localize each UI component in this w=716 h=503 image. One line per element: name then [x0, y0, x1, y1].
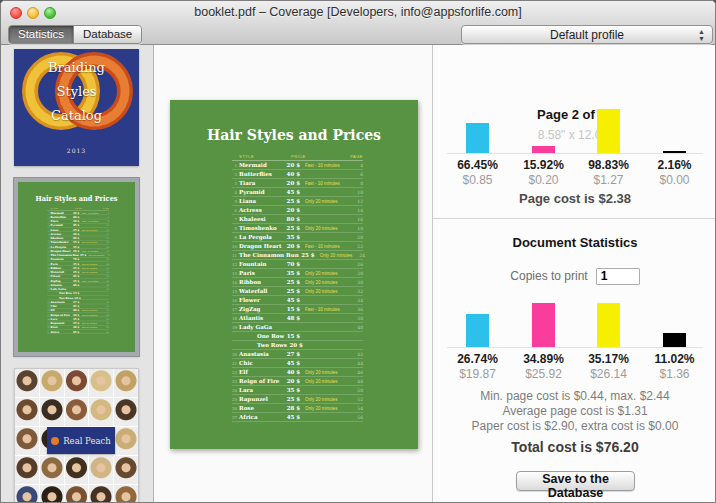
chart-label: 35.17% — [577, 352, 640, 366]
doc-stats-title: Document Statistics — [433, 235, 716, 250]
price-table-row: 5Liana25 $Only 20 minutes12 — [232, 197, 363, 206]
min-max-cost-line: Min. page cost is $0.44, max. $2.44 — [433, 389, 716, 403]
hairstyle-photo — [40, 485, 64, 503]
page-thumbnails-sidebar: Braiding Styles Catalog 2013 Hair Styles… — [1, 45, 154, 503]
page-preview-area: Hair Styles and Prices STYLE PRICE PAGE … — [154, 45, 432, 503]
page-ink-percent-labels: 66.45%15.92%98.83%2.16% — [433, 158, 716, 172]
price-table-row: 6Actress20 $14 — [232, 206, 363, 215]
chart-label: $19.87 — [446, 367, 509, 381]
thumbnail-price-list-page-selected[interactable]: Hair Styles and Prices STYLE PRICE PAGE … — [14, 178, 139, 356]
black-ink-bar — [663, 333, 686, 347]
dropdown-stepper-icon: ▲▼ — [698, 28, 705, 42]
yellow-ink-bar — [597, 109, 620, 153]
average-cost-line: Average page cost is $1.31 — [433, 404, 716, 418]
statistics-panel: Page 2 of 58 8.58" x 12.01" 66.45%15.92%… — [432, 45, 716, 503]
price-table-row: 27Africa45 $56 — [232, 413, 363, 422]
price-table-row: 23Reign of Fire20 $Only 20 minutes48 — [232, 377, 363, 386]
cyan-ink-bar — [466, 123, 489, 153]
price-table-row: 11The Cinnamon Bun25 $Only 20 minutes24 — [232, 251, 363, 260]
chart-label: 66.45% — [446, 158, 509, 172]
hairstyle-photo — [40, 398, 64, 426]
copies-to-print-label: Copies to print — [510, 269, 587, 283]
tab-statistics[interactable]: Statistics — [9, 26, 73, 43]
hairstyle-photo — [114, 398, 138, 426]
price-table-row: Two Rows20 $ — [232, 341, 363, 350]
hairstyle-photo — [89, 369, 113, 397]
preview-page: Hair Styles and Prices STYLE PRICE PAGE … — [170, 100, 418, 449]
chart-baseline — [447, 347, 703, 348]
magenta-ink-bar — [532, 146, 555, 153]
hairstyle-photo — [15, 456, 39, 484]
price-table-row: 18Atlantis48 $38 — [232, 314, 363, 323]
price-table-row: 17ZigZag15 $Fast - 10 minutes36 — [232, 305, 363, 314]
chart-label: $0.85 — [446, 173, 509, 187]
price-table-row: 10Dragon Heart20 $Fast - 10 minutes22 — [232, 242, 363, 251]
hairstyle-photo — [15, 427, 39, 455]
title-bar[interactable]: booklet.pdf – Coverage [Developers, info… — [1, 1, 715, 23]
real-peach-banner: Real Peach — [47, 427, 115, 454]
price-table-row: 9La Pergola35 $20 — [232, 233, 363, 242]
copies-to-print-input[interactable] — [596, 268, 640, 285]
doc-ink-percent-labels: 26.74%34.89%35.17%11.02% — [433, 352, 716, 366]
price-table-row: 21Chic45 $44 — [232, 359, 363, 368]
thumbnail-photo-grid-page[interactable]: Real Peach — [14, 368, 139, 503]
chart-label: $1.27 — [577, 173, 640, 187]
document-ink-chart — [433, 303, 716, 348]
cover-title: Braiding Styles Catalog — [14, 56, 139, 128]
hairstyle-photo — [89, 485, 113, 503]
hairstyle-photo — [65, 485, 89, 503]
price-table-row: 22Elf40 $Only 20 minutes46 — [232, 368, 363, 377]
hairstyle-photo — [65, 398, 89, 426]
hairstyle-photo — [114, 485, 138, 503]
chart-label: 11.02% — [643, 352, 706, 366]
price-table: STYLE PRICE PAGE 1Mermaid20 $Fast - 10 m… — [47, 207, 109, 334]
price-table-header: STYLE PRICE PAGE — [232, 152, 363, 161]
page-cost-line: Page cost is $2.38 — [433, 191, 716, 206]
price-table-row: 26Rose28 $Only 20 minutes54 — [232, 404, 363, 413]
chart-label: $26.14 — [577, 367, 640, 381]
magenta-ink-bar — [532, 303, 555, 347]
thumbnail-page-clone: Hair Styles and Prices STYLE PRICE PAGE … — [18, 182, 135, 347]
price-table-row: 15Waterfall25 $Only 20 minutes32 — [232, 287, 363, 296]
paper-cost-line: Paper cost is $2.90, extra cost is $0.00 — [433, 419, 716, 433]
hairstyle-photo — [40, 369, 64, 397]
view-segmented-control: Statistics Database — [8, 25, 142, 44]
hairstyle-photo — [65, 456, 89, 484]
tab-database[interactable]: Database — [73, 26, 141, 43]
hairstyle-photo — [89, 456, 113, 484]
page-ink-chart — [433, 109, 716, 154]
total-cost-line: Total cost is $76.20 — [433, 439, 716, 455]
app-window: booklet.pdf – Coverage [Developers, info… — [0, 0, 716, 503]
price-table-row: 19Lady GaGa40 — [232, 323, 363, 332]
yellow-ink-bar — [597, 303, 620, 347]
save-to-database-button[interactable]: Save to the Database — [516, 471, 635, 491]
price-table-row: 25Rapunzel25 $Only 20 minutes52 — [232, 395, 363, 404]
preview-page-title: Hair Styles and Prices — [170, 127, 418, 143]
chart-label: 26.74% — [446, 352, 509, 366]
chart-label: $0.20 — [512, 173, 575, 187]
chart-baseline — [447, 153, 703, 154]
price-table-row: 7Khaleesi80 $16 — [232, 215, 363, 224]
price-table-row: 24Lara35 $50 — [232, 386, 363, 395]
hairstyle-photo — [89, 398, 113, 426]
profile-dropdown[interactable]: Default profile ▲▼ — [461, 25, 713, 44]
price-table-row: 20Anastasia27 $42 — [232, 350, 363, 359]
hairstyle-photo — [15, 369, 39, 397]
price-table-row: 13Paris35 $Only 20 minutes28 — [232, 269, 363, 278]
cyan-ink-bar — [466, 314, 489, 347]
price-table-row: 14Ribbon25 $Only 20 minutes30 — [232, 278, 363, 287]
hairstyle-photo — [65, 369, 89, 397]
price-table-row: 1Mermaid20 $Fast - 10 minutes4 — [232, 161, 363, 170]
chart-label: 15.92% — [512, 158, 575, 172]
thumbnail-cover-page[interactable]: Braiding Styles Catalog 2013 — [14, 49, 139, 166]
chart-label: 34.89% — [512, 352, 575, 366]
price-table-row: 2Butterflies40 $6 — [232, 170, 363, 179]
preview-page-title: Hair Styles and Prices — [18, 195, 135, 203]
price-table-row: One Row15 $ — [232, 332, 363, 341]
chart-label: 2.16% — [643, 158, 706, 172]
cover-year: 2013 — [14, 147, 139, 154]
banner-label: Real Peach — [63, 436, 111, 446]
price-table-row: 4Pyramid45 $10 — [232, 188, 363, 197]
hairstyle-photo — [40, 456, 64, 484]
price-table-row: 12Fountain70 $26 — [232, 260, 363, 269]
